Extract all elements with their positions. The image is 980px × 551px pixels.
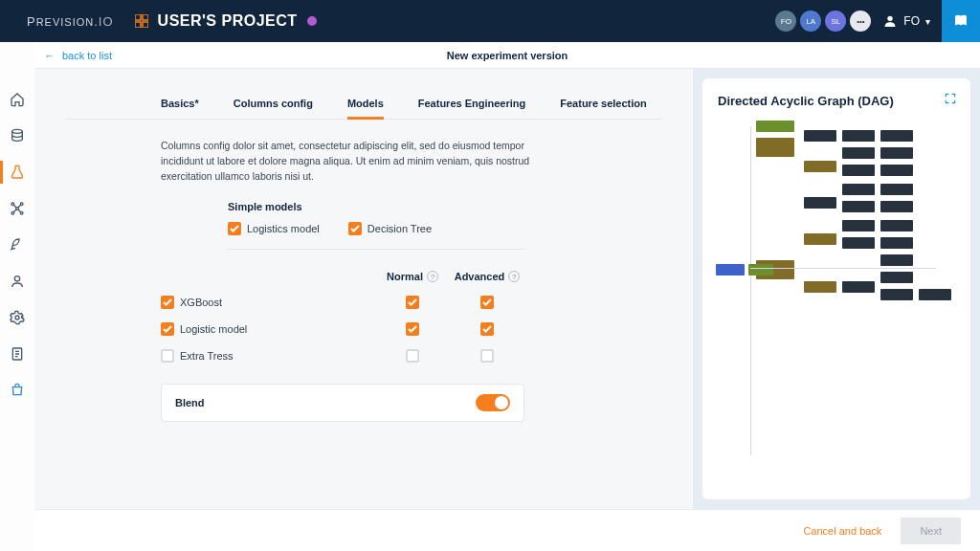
book-icon xyxy=(952,12,969,30)
svg-rect-2 xyxy=(135,22,141,28)
dag-node[interactable] xyxy=(880,130,913,142)
tab-description: Columns config dolor sit amet, consectet… xyxy=(161,139,567,184)
dag-title: Directed Acyclic Graph (DAG) xyxy=(718,94,955,108)
chevron-down-icon: ▾ xyxy=(925,16,930,27)
row-checkbox[interactable] xyxy=(161,322,174,336)
dag-node[interactable] xyxy=(880,289,913,300)
back-to-list-link[interactable]: ← back to list xyxy=(44,50,112,61)
checkbox-label: Logistics model xyxy=(247,223,320,234)
blend-label: Blend xyxy=(175,397,205,408)
dag-node[interactable] xyxy=(919,289,951,300)
advanced-checkbox[interactable] xyxy=(480,322,494,336)
dag-node[interactable] xyxy=(880,237,913,249)
form-panel: Basics* Columns config Models Features E… xyxy=(34,69,693,509)
dag-node[interactable] xyxy=(842,237,875,249)
avatar[interactable]: FO xyxy=(775,11,796,32)
column-normal: Normal? xyxy=(375,271,450,282)
dag-node[interactable] xyxy=(804,233,836,245)
dag-node[interactable] xyxy=(842,165,875,176)
top-bar: PREVISION.IO USER'S PROJECT FO LA SL •••… xyxy=(0,0,980,42)
collaborator-avatars[interactable]: FO LA SL ••• xyxy=(775,11,871,32)
dag-node[interactable] xyxy=(756,121,794,132)
rail-experiments-icon[interactable] xyxy=(0,165,34,180)
normal-checkbox[interactable] xyxy=(406,296,419,309)
dag-node[interactable] xyxy=(880,147,913,159)
dag-node[interactable] xyxy=(804,197,836,209)
dag-node[interactable] xyxy=(880,165,913,176)
normal-checkbox[interactable] xyxy=(406,349,419,363)
dag-node[interactable] xyxy=(842,130,875,142)
tab-basics[interactable]: Basics* xyxy=(161,98,199,119)
tab-feature-selection[interactable]: Feature selection xyxy=(560,98,646,119)
avatar[interactable]: LA xyxy=(800,11,821,32)
tab-columns-config[interactable]: Columns config xyxy=(234,98,313,119)
help-icon[interactable]: ? xyxy=(508,271,520,282)
rail-store-icon[interactable] xyxy=(0,383,34,398)
svg-point-8 xyxy=(16,208,19,210)
user-icon xyxy=(882,13,898,29)
dag-node[interactable] xyxy=(842,184,875,195)
dag-node[interactable] xyxy=(880,254,913,266)
dag-node[interactable] xyxy=(748,264,773,276)
model-row-logistic: Logistic model xyxy=(161,322,524,336)
dag-graph[interactable] xyxy=(708,121,965,494)
help-button[interactable] xyxy=(942,0,980,42)
dag-node[interactable] xyxy=(804,130,836,142)
form-inner: Basics* Columns config Models Features E… xyxy=(65,98,662,422)
dag-node[interactable] xyxy=(880,201,913,212)
models-grid-header: Normal? Advanced? xyxy=(161,271,524,282)
wizard-footer: Cancel and back Next xyxy=(34,509,980,551)
rail-pipelines-icon[interactable] xyxy=(0,201,34,216)
blend-toggle[interactable] xyxy=(476,394,510,411)
svg-point-4 xyxy=(888,16,893,21)
dag-node[interactable] xyxy=(756,138,794,157)
simple-models-heading: Simple models xyxy=(228,201,524,212)
row-checkbox[interactable] xyxy=(161,296,174,309)
left-nav-rail xyxy=(0,42,34,551)
dag-node[interactable] xyxy=(842,201,875,212)
checkbox-label: Decision Tree xyxy=(368,223,432,234)
normal-checkbox[interactable] xyxy=(406,322,419,336)
project-selector[interactable]: USER'S PROJECT xyxy=(135,12,317,30)
checkbox-logistics-model[interactable]: Logistics model xyxy=(228,222,320,235)
rail-deploy-icon[interactable] xyxy=(0,237,34,253)
grid-icon xyxy=(135,14,148,28)
dag-node[interactable] xyxy=(842,281,875,293)
dag-node[interactable] xyxy=(804,161,836,172)
brand-logo[interactable]: PREVISION.IO xyxy=(27,14,114,29)
avatar-more[interactable]: ••• xyxy=(850,11,871,32)
dag-node[interactable] xyxy=(880,220,913,231)
rail-data-icon[interactable] xyxy=(0,128,34,143)
svg-point-9 xyxy=(11,211,14,214)
rail-settings-icon[interactable] xyxy=(0,310,34,325)
column-advanced: Advanced? xyxy=(450,271,524,282)
dag-node[interactable] xyxy=(716,264,745,276)
user-label: FO xyxy=(903,14,920,28)
tab-features-engineering[interactable]: Features Engineering xyxy=(418,98,525,119)
checkbox-decision-tree[interactable]: Decision Tree xyxy=(348,222,432,235)
dag-node[interactable] xyxy=(880,184,913,195)
svg-point-6 xyxy=(11,203,14,206)
blend-toggle-row: Blend xyxy=(161,384,524,422)
rail-home-icon[interactable] xyxy=(0,92,34,107)
advanced-checkbox[interactable] xyxy=(480,349,494,363)
rail-users-icon[interactable] xyxy=(0,274,34,289)
rail-docs-icon[interactable] xyxy=(0,346,34,362)
wizard-tabs: Basics* Columns config Models Features E… xyxy=(65,98,662,120)
dag-node[interactable] xyxy=(804,281,836,293)
dag-node[interactable] xyxy=(842,220,875,231)
simple-models-row: Logistics model Decision Tree xyxy=(228,222,524,250)
cancel-and-back-link[interactable]: Cancel and back xyxy=(803,525,881,537)
help-icon[interactable]: ? xyxy=(427,271,438,282)
user-menu[interactable]: FO ▾ xyxy=(882,13,930,29)
avatar[interactable]: SL xyxy=(825,11,846,32)
expand-icon[interactable] xyxy=(944,92,957,109)
checkbox-icon xyxy=(348,222,362,235)
next-button[interactable]: Next xyxy=(901,518,961,544)
advanced-checkbox[interactable] xyxy=(480,296,494,309)
row-checkbox[interactable] xyxy=(161,349,174,363)
model-name: Extra Tress xyxy=(180,350,234,362)
tab-models[interactable]: Models xyxy=(347,98,384,119)
dag-node[interactable] xyxy=(880,272,913,283)
dag-node[interactable] xyxy=(842,147,875,159)
